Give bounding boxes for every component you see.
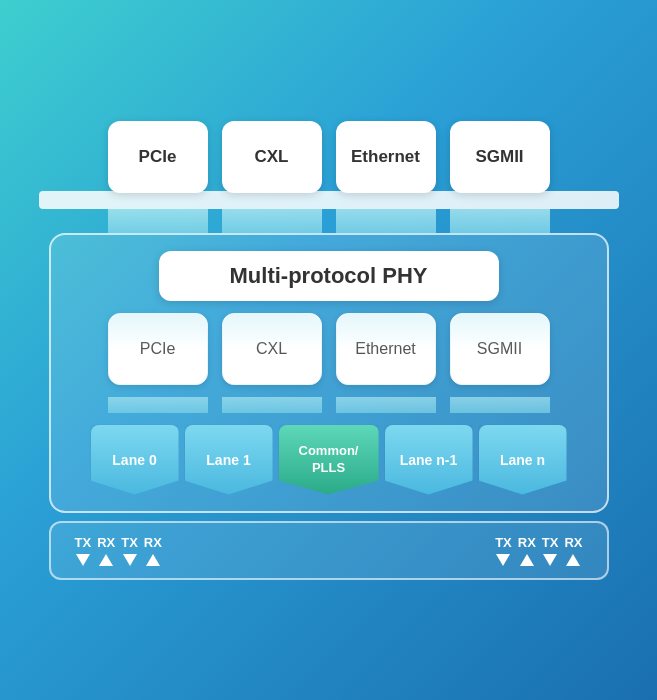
tx3-arrow xyxy=(496,554,510,566)
tx2-arrow xyxy=(123,554,137,566)
lane-common-label: Common/ PLLS xyxy=(299,443,359,477)
tx4-arrow xyxy=(543,554,557,566)
rx2-label: RX xyxy=(144,535,162,550)
lane-n1: Lane n-1 xyxy=(385,425,473,495)
top-proto-ethernet: Ethernet xyxy=(336,121,436,193)
txrx-container: TX RX TX RX TX RX xyxy=(49,521,609,580)
top-proto-pcie: PCIe xyxy=(108,121,208,193)
top-proto-cxl: CXL xyxy=(222,121,322,193)
txrx-tx2: TX xyxy=(121,535,138,566)
inner-proto-pcie: PCIe xyxy=(108,313,208,385)
top-proto-sgmii-label: SGMII xyxy=(475,147,523,167)
lane-0-label: Lane 0 xyxy=(112,452,156,468)
txrx-rx3: RX xyxy=(518,535,536,566)
inner-proto-sgmii: SGMII xyxy=(450,313,550,385)
lane-1: Lane 1 xyxy=(185,425,273,495)
diagram-container: PCIe CXL Ethernet SGMII Multi-protocol P… xyxy=(39,121,619,580)
inner-proto-cxl-label: CXL xyxy=(256,340,287,358)
phy-container: Multi-protocol PHY PCIe CXL Ethernet SGM… xyxy=(49,233,609,513)
inner-proto-ethernet: Ethernet xyxy=(336,313,436,385)
phy-title: Multi-protocol PHY xyxy=(159,251,499,301)
lane-n1-label: Lane n-1 xyxy=(400,452,458,468)
txrx-group-left: TX RX TX RX xyxy=(75,535,162,566)
rx1-arrow xyxy=(99,554,113,566)
tx4-label: TX xyxy=(542,535,559,550)
txrx-tx1: TX xyxy=(75,535,92,566)
lane-1-label: Lane 1 xyxy=(206,452,250,468)
top-proto-ethernet-label: Ethernet xyxy=(351,147,420,167)
rx3-label: RX xyxy=(518,535,536,550)
top-proto-pcie-label: PCIe xyxy=(139,147,177,167)
lane-n: Lane n xyxy=(479,425,567,495)
lane-0: Lane 0 xyxy=(91,425,179,495)
inner-proto-cxl: CXL xyxy=(222,313,322,385)
txrx-tx4: TX xyxy=(542,535,559,566)
inner-protocols-row: PCIe CXL Ethernet SGMII xyxy=(71,313,587,385)
txrx-rx1: RX xyxy=(97,535,115,566)
txrx-rx4: RX xyxy=(564,535,582,566)
inner-proto-pcie-label: PCIe xyxy=(140,340,176,358)
txrx-tx3: TX xyxy=(495,535,512,566)
tx1-arrow xyxy=(76,554,90,566)
txrx-group-right: TX RX TX RX xyxy=(495,535,582,566)
lane-common: Common/ PLLS xyxy=(279,425,379,495)
top-proto-cxl-label: CXL xyxy=(255,147,289,167)
tx3-label: TX xyxy=(495,535,512,550)
rx2-arrow xyxy=(146,554,160,566)
rx1-label: RX xyxy=(97,535,115,550)
tx2-label: TX xyxy=(121,535,138,550)
rx4-arrow xyxy=(566,554,580,566)
rx4-label: RX xyxy=(564,535,582,550)
bus-line xyxy=(39,191,619,209)
lane-n-label: Lane n xyxy=(500,452,545,468)
top-proto-sgmii: SGMII xyxy=(450,121,550,193)
rx3-arrow xyxy=(520,554,534,566)
txrx-rx2: RX xyxy=(144,535,162,566)
top-protocols-row: PCIe CXL Ethernet SGMII xyxy=(108,121,550,193)
lanes-row: Lane 0 Lane 1 Common/ PLLS Lane n-1 Lane… xyxy=(71,425,587,495)
inner-proto-ethernet-label: Ethernet xyxy=(355,340,415,358)
inner-proto-sgmii-label: SGMII xyxy=(477,340,522,358)
tx1-label: TX xyxy=(75,535,92,550)
